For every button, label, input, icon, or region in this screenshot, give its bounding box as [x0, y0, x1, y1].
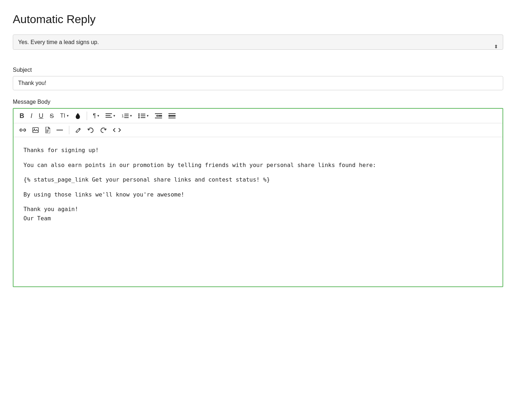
indent-increase-button[interactable]	[166, 112, 178, 120]
color-drop-icon	[75, 112, 81, 119]
svg-rect-4	[124, 114, 129, 114]
unordered-list-icon	[138, 113, 145, 118]
svg-text:1.: 1.	[122, 114, 125, 118]
message-body-label: Message Body	[13, 99, 503, 105]
align-icon	[106, 113, 112, 118]
hr-icon	[57, 129, 63, 131]
pen-icon	[75, 127, 81, 133]
page-title: Automatic Reply	[13, 13, 503, 26]
doc-button[interactable]	[43, 125, 53, 135]
svg-rect-0	[106, 113, 112, 114]
indent-decrease-button[interactable]	[152, 112, 165, 120]
svg-rect-18	[168, 113, 176, 114]
svg-rect-24	[172, 116, 176, 117]
svg-point-27	[34, 129, 35, 130]
svg-rect-17	[158, 116, 162, 117]
link-icon	[20, 128, 26, 132]
svg-rect-25	[21, 130, 24, 130]
svg-rect-14	[155, 118, 162, 118]
svg-rect-6	[124, 117, 129, 118]
svg-rect-26	[33, 128, 38, 133]
undo-button[interactable]	[85, 126, 96, 134]
svg-rect-12	[141, 117, 145, 118]
toolbar-divider-2	[69, 126, 69, 134]
svg-point-7	[138, 113, 140, 115]
svg-rect-21	[168, 115, 172, 116]
svg-rect-13	[155, 113, 162, 114]
svg-rect-10	[141, 114, 145, 114]
redo-icon	[100, 127, 107, 133]
image-icon	[32, 127, 39, 133]
svg-rect-19	[168, 118, 176, 118]
toolbar-divider-1	[87, 112, 87, 120]
source-button[interactable]	[111, 126, 123, 134]
source-icon	[113, 128, 121, 133]
undo-icon	[87, 127, 94, 133]
svg-rect-16	[158, 115, 162, 116]
strikethrough-button[interactable]: S	[47, 112, 56, 120]
auto-reply-select-wrapper: Yes. Every time a lead signs up. No Once…	[13, 34, 503, 58]
doc-icon	[45, 127, 50, 133]
svg-rect-5	[124, 115, 129, 116]
editor-container: B I U S TI▾ ¶▾ ▾ 1. ▾	[13, 108, 503, 287]
unordered-list-button[interactable]: ▾	[136, 112, 151, 120]
subject-label: Subject	[13, 67, 503, 73]
svg-rect-31	[57, 130, 63, 130]
font-size-button[interactable]: TI▾	[58, 112, 71, 120]
auto-reply-select[interactable]: Yes. Every time a lead signs up. No Once…	[13, 34, 503, 50]
toolbar-row-1: B I U S TI▾ ¶▾ ▾ 1. ▾	[14, 109, 502, 123]
svg-rect-1	[106, 115, 111, 116]
svg-rect-28	[47, 130, 49, 130]
paragraph-button[interactable]: ¶▾	[91, 112, 102, 120]
redo-button[interactable]	[98, 126, 109, 134]
svg-rect-23	[172, 115, 176, 116]
svg-point-8	[138, 115, 140, 117]
align-button[interactable]: ▾	[103, 112, 118, 120]
indent-decrease-icon	[155, 113, 162, 118]
link-button[interactable]	[17, 126, 28, 134]
underline-button[interactable]: U	[36, 111, 46, 120]
svg-rect-2	[106, 117, 112, 118]
italic-button[interactable]: I	[28, 111, 35, 120]
pen-button[interactable]	[73, 126, 84, 134]
bold-button[interactable]: B	[17, 111, 27, 120]
toolbar-row-2	[14, 123, 502, 137]
editor-content[interactable]: Thanks for signing up! You can also earn…	[14, 137, 502, 286]
ordered-list-button[interactable]: 1. ▾	[119, 112, 134, 120]
svg-rect-30	[47, 132, 48, 133]
svg-point-9	[138, 117, 140, 118]
svg-marker-15	[156, 115, 158, 117]
indent-increase-icon	[168, 113, 176, 118]
hr-button[interactable]	[54, 128, 65, 133]
svg-rect-22	[168, 116, 172, 117]
color-button[interactable]	[72, 111, 83, 121]
svg-rect-29	[47, 131, 49, 131]
ordered-list-icon: 1.	[122, 113, 129, 118]
subject-input[interactable]	[13, 76, 503, 90]
image-button[interactable]	[30, 126, 41, 134]
svg-rect-11	[141, 115, 145, 116]
